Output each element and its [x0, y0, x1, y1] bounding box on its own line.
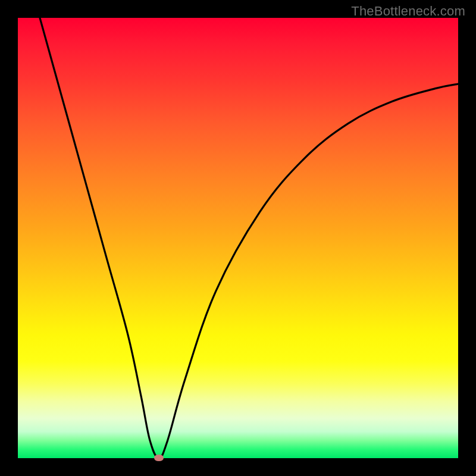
chart-frame: TheBottleneck.com [0, 0, 476, 476]
minimum-marker [154, 455, 164, 461]
watermark-text: TheBottleneck.com [351, 4, 465, 19]
bottleneck-curve [18, 18, 458, 458]
curve-path [40, 18, 458, 458]
